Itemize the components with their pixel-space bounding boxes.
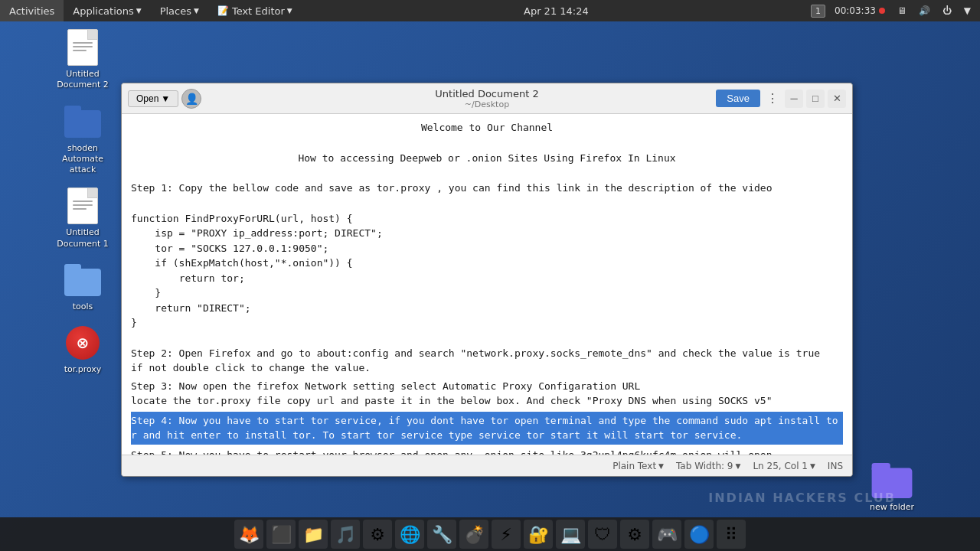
content-code-8: }	[131, 315, 843, 331]
open-button[interactable]: Open ▼	[128, 90, 178, 107]
content-code-4: if (shExpMatch(host,"*.onion")) {	[131, 256, 843, 271]
taskbar-tool6[interactable]: 🛡	[588, 520, 617, 549]
editor-window: Open ▼ 👤 Untitled Document 2 ~/Desktop S…	[121, 83, 853, 477]
language-label: Plain Text	[612, 461, 656, 471]
content-code-1: function FindProxyForURL(url, host) {	[131, 211, 843, 227]
tabwidth-label: Tab Width: 9	[676, 461, 733, 471]
content-line-title: How to accessing Deepweb or .onion Sites…	[131, 151, 843, 166]
untitled1-label: UntitledDocument 1	[57, 227, 108, 249]
minimize-button[interactable]: ─	[785, 90, 803, 108]
taskbar: 🦊 ⬛ 📁 🎵 ⚙ 🌐 🔧 💣 ⚡ 🔐 💻 🛡 ⚙ 🎮 🔵 ⠿	[0, 517, 980, 551]
desktop-icon-untitled2[interactable]: UntitledDocument 2	[52, 29, 113, 91]
content-step2: Step 2: Open Firefox and go to about:con…	[131, 346, 843, 376]
language-arrow: ▼	[658, 462, 664, 470]
taskbar-browser[interactable]: 🌐	[395, 520, 424, 549]
position-label: Ln 25, Col 1	[753, 461, 808, 471]
ins-mode: INS	[828, 461, 843, 471]
editor-content[interactable]: Welcome to Our Channel How to accessing …	[122, 114, 852, 455]
content-step5: Step 5: Now you have to restart your bro…	[131, 448, 843, 455]
texteditor-label: Text Editor	[232, 5, 285, 17]
topbar-power-icon[interactable]: ⏻	[939, 5, 955, 16]
taskbar-tool9[interactable]: 🔵	[684, 520, 714, 549]
tools-label: tools	[73, 302, 93, 312]
profile-button[interactable]: 👤	[181, 89, 201, 109]
topbar-timer: 00:03:33	[831, 5, 888, 16]
content-code-3: tor = "SOCKS 127.0.0.1:9050";	[131, 241, 843, 256]
taskbar-tool5[interactable]: 💻	[556, 520, 585, 549]
desktop-icon-torproxy[interactable]: ⊗ tor.proxy	[52, 324, 113, 375]
content-blank-2	[131, 165, 843, 181]
untitled1-icon	[64, 187, 101, 224]
content-code-7: return "DIRECT";	[131, 301, 843, 316]
content-step1: Step 1: Copy the bellow code and save as…	[131, 181, 843, 196]
content-code-2: isp = "PROXY ip_address:port; DIRECT";	[131, 226, 843, 241]
open-label: Open	[136, 93, 158, 104]
taskbar-settings[interactable]: ⚙	[363, 520, 392, 549]
shodan-folder-icon	[64, 103, 101, 140]
activities-button[interactable]: Activities	[0, 0, 64, 21]
mode-label: INS	[828, 461, 843, 471]
places-arrow: ▼	[194, 7, 199, 15]
applications-menu[interactable]: Applications ▼	[64, 0, 150, 21]
torproxy-icon: ⊗	[64, 324, 101, 361]
taskbar-tool7[interactable]: ⚙	[620, 520, 649, 549]
editor-title-area: Untitled Document 2 ~/Desktop	[435, 88, 538, 109]
content-code-5: return tor;	[131, 271, 843, 286]
editor-statusbar: Plain Text ▼ Tab Width: 9 ▼ Ln 25, Col 1…	[122, 455, 852, 476]
position-indicator[interactable]: Ln 25, Col 1 ▼	[753, 461, 815, 471]
texteditor-arrow: ▼	[287, 7, 292, 15]
places-menu[interactable]: Places ▼	[151, 0, 208, 21]
desktop-icon-untitled1[interactable]: UntitledDocument 1	[52, 187, 113, 249]
content-step4: Step 4: Now you have to start tor servic…	[131, 412, 843, 445]
topbar-menu-icon[interactable]: ▼	[961, 5, 974, 16]
untitled2-label: UntitledDocument 2	[57, 69, 108, 91]
content-code-6: }	[131, 285, 843, 301]
shodan-label: shodenAutomate attack	[52, 143, 113, 176]
content-blank-4	[131, 331, 843, 346]
tabwidth-selector[interactable]: Tab Width: 9 ▼	[676, 461, 740, 471]
places-label: Places	[160, 5, 191, 17]
taskbar-tool3[interactable]: ⚡	[492, 520, 521, 549]
applications-arrow: ▼	[136, 7, 142, 15]
taskbar-tool2[interactable]: 💣	[459, 520, 488, 549]
content-blank-1	[131, 135, 843, 151]
content-step3: Step 3: Now open the firefox Network set…	[131, 379, 843, 409]
taskbar-files[interactable]: 📁	[299, 520, 328, 549]
taskbar-music[interactable]: 🎵	[331, 520, 360, 549]
topbar-display-icon[interactable]: 🖥	[894, 5, 910, 16]
taskbar-tool1[interactable]: 🔧	[427, 520, 456, 549]
taskbar-firefox[interactable]: 🦊	[234, 520, 263, 549]
editor-subtitle: ~/Desktop	[435, 99, 538, 109]
recording-indicator	[879, 8, 885, 14]
taskbar-tool4[interactable]: 🔐	[524, 520, 553, 549]
tabwidth-arrow: ▼	[736, 462, 741, 470]
editor-titlebar: Open ▼ 👤 Untitled Document 2 ~/Desktop S…	[122, 83, 852, 114]
topbar-datetime: Apr 21 14:24	[524, 5, 589, 17]
taskbar-appgrid[interactable]: ⠿	[717, 520, 746, 549]
position-arrow: ▼	[810, 462, 815, 470]
content-line-welcome: Welcome to Our Channel	[131, 120, 843, 135]
language-selector[interactable]: Plain Text ▼	[612, 461, 664, 471]
taskbar-terminal[interactable]: ⬛	[266, 520, 296, 549]
topbar-badge: 1	[811, 5, 825, 18]
desktop-icon-shodan[interactable]: shodenAutomate attack	[52, 103, 113, 176]
activities-label: Activities	[9, 5, 54, 17]
maximize-button[interactable]: □	[806, 90, 825, 108]
desktop: Activities Applications ▼ Places ▼ 📝 Tex…	[0, 0, 980, 551]
desktop-icon-newfolder[interactable]: new folder	[865, 462, 919, 513]
texteditor-menu[interactable]: 📝 Text Editor ▼	[208, 0, 302, 21]
editor-title: Untitled Document 2	[435, 88, 538, 99]
tools-folder-icon	[64, 262, 101, 298]
close-button[interactable]: ✕	[828, 90, 846, 108]
torproxy-label: tor.proxy	[64, 364, 102, 375]
taskbar-tool8[interactable]: 🎮	[652, 520, 681, 549]
content-blank-3	[131, 196, 843, 211]
untitled2-icon	[64, 29, 101, 66]
more-menu-button[interactable]: ⋮	[763, 90, 782, 107]
open-arrow-icon: ▼	[161, 93, 170, 104]
topbar-volume-icon[interactable]: 🔊	[916, 5, 933, 16]
desktop-icon-tools[interactable]: tools	[52, 262, 113, 312]
watermark: INDIAN HACKERS CLUB	[708, 491, 896, 505]
save-button[interactable]: Save	[716, 90, 760, 107]
applications-label: Applications	[73, 5, 133, 17]
